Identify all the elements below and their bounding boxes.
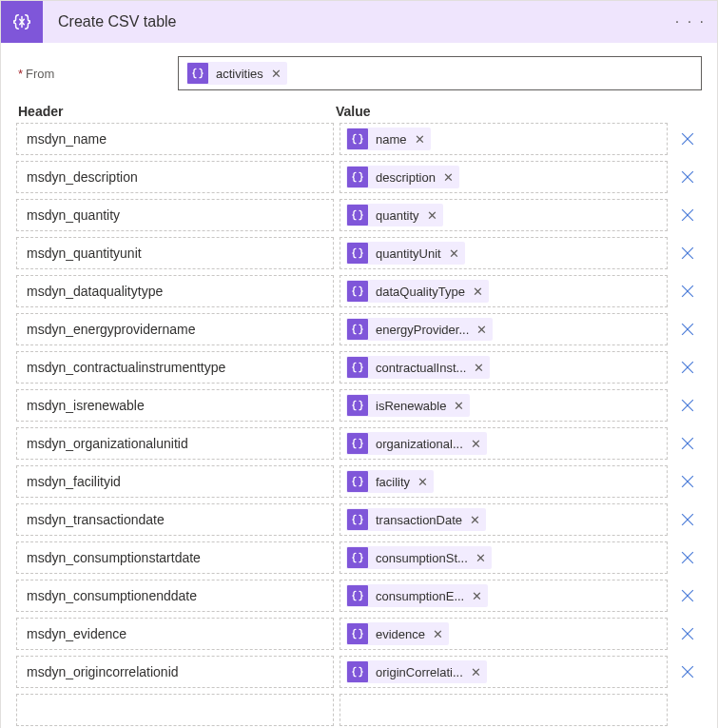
row-delete-button[interactable] [673, 662, 702, 681]
row-delete-button[interactable] [673, 358, 702, 377]
value-cell[interactable]: energyProvider...✕ [340, 313, 668, 345]
value-token-remove[interactable]: ✕ [433, 627, 443, 641]
value-cell[interactable]: transactionDate✕ [340, 503, 668, 536]
value-cell[interactable]: quantity✕ [340, 199, 668, 231]
value-token[interactable]: dataQualityType✕ [346, 280, 489, 303]
value-token-label: isRenewable [376, 399, 446, 413]
value-token[interactable]: originCorrelati...✕ [346, 660, 487, 683]
columns-header: Header Value [16, 104, 702, 119]
header-cell[interactable]: msdyn_quantity [16, 199, 334, 231]
value-cell[interactable]: name✕ [340, 123, 668, 155]
row-delete-button[interactable] [673, 320, 702, 339]
row-delete-button[interactable] [673, 206, 702, 225]
row-delete-button[interactable] [673, 282, 702, 301]
header-cell[interactable]: msdyn_quantityunit [16, 237, 334, 269]
value-col-label: Value [336, 104, 700, 119]
value-token[interactable]: quantityUnit✕ [346, 242, 465, 265]
value-token-remove[interactable]: ✕ [449, 246, 459, 261]
header-cell[interactable]: msdyn_transactiondate [16, 503, 334, 536]
value-cell[interactable]: contractualInst...✕ [340, 351, 668, 384]
header-cell[interactable]: msdyn_organizationalunitid [16, 427, 334, 460]
dynamic-content-icon [347, 433, 368, 454]
value-token-remove[interactable]: ✕ [474, 361, 484, 375]
header-cell[interactable]: msdyn_contractualinstrumenttype [16, 351, 334, 384]
header-cell[interactable]: msdyn_consumptionstartdate [16, 541, 334, 574]
row-delete-button[interactable] [673, 129, 702, 148]
value-token-remove[interactable]: ✕ [471, 665, 481, 679]
value-token[interactable]: evidence✕ [346, 622, 449, 645]
value-token[interactable]: consumptionE...✕ [346, 584, 488, 607]
value-token[interactable]: name✕ [346, 128, 431, 150]
dynamic-content-icon [347, 281, 368, 302]
value-token[interactable]: isRenewable✕ [346, 394, 470, 417]
value-cell[interactable]: organizational...✕ [340, 427, 668, 460]
dynamic-content-icon [347, 357, 368, 378]
value-token-remove[interactable]: ✕ [472, 589, 482, 603]
value-token[interactable]: contractualInst...✕ [346, 356, 490, 379]
dynamic-content-icon [347, 167, 368, 187]
value-token-label: name [376, 132, 407, 147]
value-token-remove[interactable]: ✕ [471, 437, 481, 451]
row-delete-button[interactable] [673, 548, 702, 567]
card-menu-button[interactable]: · · · [675, 13, 706, 30]
value-token-remove[interactable]: ✕ [443, 170, 454, 185]
value-token[interactable]: energyProvider...✕ [346, 318, 493, 341]
header-cell[interactable]: msdyn_facilityid [16, 465, 334, 498]
value-token[interactable]: description✕ [346, 166, 459, 188]
row-delete-button[interactable] [673, 244, 702, 263]
value-token-remove[interactable]: ✕ [470, 513, 480, 527]
value-cell[interactable]: evidence✕ [340, 618, 668, 650]
value-cell[interactable]: description✕ [340, 161, 668, 193]
value-token-remove[interactable]: ✕ [476, 323, 487, 337]
value-cell[interactable] [340, 694, 668, 726]
table-row: msdyn_organizationalunitidorganizational… [16, 427, 702, 460]
value-cell[interactable]: dataQualityType✕ [340, 275, 668, 307]
value-cell[interactable]: facility✕ [340, 465, 668, 498]
dynamic-content-icon [347, 471, 368, 492]
value-token-label: contractualInst... [376, 361, 466, 375]
value-cell[interactable]: quantityUnit✕ [340, 237, 668, 269]
row-delete-button[interactable] [673, 434, 702, 453]
from-token-remove[interactable]: ✕ [271, 67, 281, 81]
header-cell[interactable]: msdyn_description [16, 161, 334, 193]
from-token[interactable]: activities ✕ [186, 62, 287, 85]
value-token[interactable]: transactionDate✕ [346, 508, 486, 531]
header-cell[interactable]: msdyn_dataqualitytype [16, 275, 334, 307]
value-token[interactable]: facility✕ [346, 470, 434, 493]
from-input[interactable]: activities ✕ [178, 56, 702, 90]
row-delete-button[interactable] [673, 586, 702, 605]
value-token-remove[interactable]: ✕ [415, 132, 425, 147]
header-cell[interactable]: msdyn_evidence [16, 618, 334, 650]
value-cell[interactable]: consumptionSt...✕ [340, 541, 668, 574]
value-token-remove[interactable]: ✕ [473, 285, 483, 299]
dynamic-content-icon [187, 63, 208, 84]
create-csv-table-card: Create CSV table · · · *From activities … [0, 0, 718, 728]
header-cell[interactable]: msdyn_energyprovidername [16, 313, 334, 345]
value-token[interactable]: quantity✕ [346, 204, 443, 226]
value-token[interactable]: organizational...✕ [346, 432, 487, 455]
header-cell[interactable] [16, 694, 334, 726]
row-delete-button[interactable] [673, 472, 702, 491]
row-delete-button[interactable] [673, 396, 702, 415]
value-token[interactable]: consumptionSt...✕ [346, 546, 492, 569]
value-token-remove[interactable]: ✕ [475, 551, 486, 565]
card-header[interactable]: Create CSV table · · · [1, 1, 717, 43]
row-delete-button[interactable] [673, 167, 702, 187]
table-row: msdyn_quantityunitquantityUnit✕ [16, 237, 702, 269]
header-cell[interactable]: msdyn_name [16, 123, 334, 155]
dynamic-content-icon [347, 509, 368, 530]
row-delete-button[interactable] [673, 624, 702, 643]
card-title: Create CSV table [43, 13, 675, 30]
from-row: *From activities ✕ [16, 56, 702, 90]
value-token-remove[interactable]: ✕ [454, 399, 464, 413]
header-cell[interactable]: msdyn_consumptionenddate [16, 580, 334, 612]
value-cell[interactable]: originCorrelati...✕ [340, 656, 668, 688]
value-cell[interactable]: consumptionE...✕ [340, 580, 668, 612]
header-cell[interactable]: msdyn_origincorrelationid [16, 656, 334, 688]
header-cell[interactable]: msdyn_isrenewable [16, 389, 334, 422]
row-delete-button[interactable] [673, 510, 702, 529]
value-cell[interactable]: isRenewable✕ [340, 389, 668, 422]
value-token-remove[interactable]: ✕ [427, 208, 437, 223]
value-token-remove[interactable]: ✕ [417, 475, 428, 489]
table-row-empty [16, 694, 702, 726]
